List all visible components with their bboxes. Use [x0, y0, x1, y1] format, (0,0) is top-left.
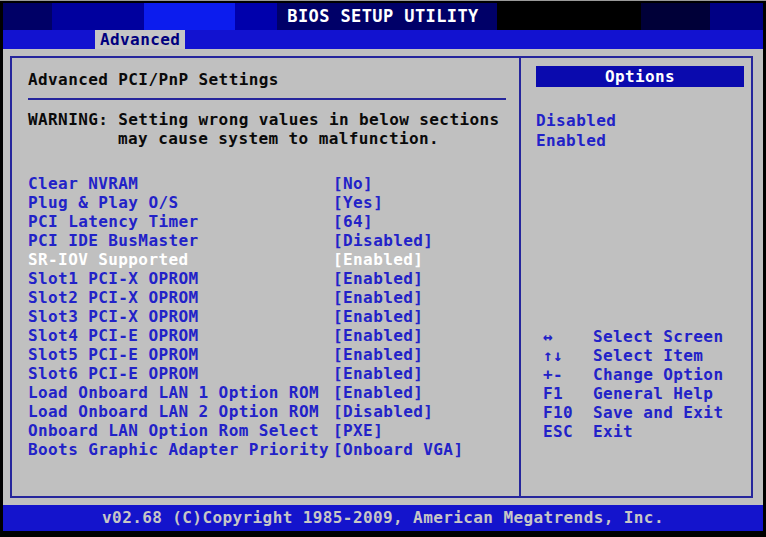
setting-value: [Enabled]	[333, 269, 423, 288]
setting-value: [Enabled]	[333, 345, 423, 364]
setting-value: [PXE]	[333, 421, 383, 440]
key-action: General Help	[593, 384, 713, 403]
setting-label: Plug & Play O/S	[28, 193, 333, 212]
setting-label: PCI Latency Timer	[28, 212, 333, 231]
setting-row[interactable]: Onboard LAN Option Rom Select [PXE]	[28, 421, 507, 440]
key-legend-row: ESC Exit	[543, 422, 744, 441]
bios-setup-screen: BIOS SETUP UTILITY Advanced Advanced PCI…	[0, 0, 766, 537]
setting-value: [Enabled]	[333, 383, 423, 402]
main-area: Advanced PCI/PnP Settings WARNING: Setti…	[3, 49, 763, 505]
setting-value: [Enabled]	[333, 307, 423, 326]
settings-list: Clear NVRAM [No] Plug & Play O/S [Yes] P…	[28, 174, 507, 459]
setting-label: Onboard LAN Option Rom Select	[28, 421, 333, 440]
setting-value: [64]	[333, 212, 373, 231]
key-legend-row: F1 General Help	[543, 384, 744, 403]
key-name: +-	[543, 365, 593, 384]
settings-panel: Advanced PCI/PnP Settings WARNING: Setti…	[12, 58, 521, 496]
title-bar: BIOS SETUP UTILITY	[3, 3, 763, 30]
setting-row[interactable]: Slot5 PCI-E OPROM [Enabled]	[28, 345, 507, 364]
copyright-bar: v02.68 (C)Copyright 1985-2009, American …	[3, 505, 763, 531]
key-name: ↑↓	[543, 346, 593, 365]
key-legend-row: ↑↓ Select Item	[543, 346, 744, 365]
setting-row[interactable]: Slot6 PCI-E OPROM [Enabled]	[28, 364, 507, 383]
setting-row[interactable]: PCI Latency Timer [64]	[28, 212, 507, 231]
key-name: ESC	[543, 422, 593, 441]
setting-value: [Disabled]	[333, 231, 433, 250]
setting-value: [Enabled]	[333, 326, 423, 345]
options-list: DisabledEnabled	[536, 111, 744, 151]
copyright-text: v02.68 (C)Copyright 1985-2009, American …	[102, 508, 664, 527]
key-name: F1	[543, 384, 593, 403]
option-item[interactable]: Enabled	[536, 131, 744, 151]
warning-line-1: WARNING: Setting wrong values in below s…	[28, 110, 507, 129]
setting-value: [Enabled]	[333, 250, 423, 269]
setting-value: [Yes]	[333, 193, 383, 212]
setting-row[interactable]: Load Onboard LAN 1 Option ROM [Enabled]	[28, 383, 507, 402]
options-panel: Options DisabledEnabled ↔ Select Screen …	[521, 58, 751, 496]
warning-text: WARNING: Setting wrong values in below s…	[28, 110, 507, 148]
key-legend-row: ↔ Select Screen	[543, 327, 744, 346]
setting-value: [Enabled]	[333, 364, 423, 383]
options-header: Options	[536, 66, 744, 87]
setting-label: PCI IDE BusMaster	[28, 231, 333, 250]
warning-line-2: may cause system to malfunction.	[28, 129, 507, 148]
key-name: F10	[543, 403, 593, 422]
setting-label: Slot6 PCI-E OPROM	[28, 364, 333, 383]
key-action: Save and Exit	[593, 403, 723, 422]
heading-separator	[28, 98, 506, 100]
setting-label: SR-IOV Supported	[28, 250, 333, 269]
setting-row[interactable]: Clear NVRAM [No]	[28, 174, 507, 193]
setting-row[interactable]: Slot1 PCI-X OPROM [Enabled]	[28, 269, 507, 288]
key-action: Select Item	[593, 346, 703, 365]
setting-value: [Disabled]	[333, 402, 433, 421]
setting-label: Clear NVRAM	[28, 174, 333, 193]
key-action: Select Screen	[593, 327, 723, 346]
setting-label: Boots Graphic Adapter Priority	[28, 440, 333, 459]
setting-label: Slot1 PCI-X OPROM	[28, 269, 333, 288]
app-title: BIOS SETUP UTILITY	[287, 6, 478, 26]
menu-bar: Advanced	[3, 30, 763, 49]
key-action: Exit	[593, 422, 633, 441]
content-frame: Advanced PCI/PnP Settings WARNING: Setti…	[10, 56, 753, 498]
setting-row[interactable]: Plug & Play O/S [Yes]	[28, 193, 507, 212]
setting-label: Slot4 PCI-E OPROM	[28, 326, 333, 345]
option-item[interactable]: Disabled	[536, 111, 744, 131]
tab-advanced[interactable]: Advanced	[95, 30, 185, 49]
key-legend-row: +- Change Option	[543, 365, 744, 384]
setting-row[interactable]: Slot4 PCI-E OPROM [Enabled]	[28, 326, 507, 345]
setting-row[interactable]: Boots Graphic Adapter Priority [Onboard …	[28, 440, 507, 459]
key-action: Change Option	[593, 365, 723, 384]
setting-row[interactable]: PCI IDE BusMaster [Disabled]	[28, 231, 507, 250]
key-legend: ↔ Select Screen ↑↓ Select Item +- Change…	[536, 327, 744, 441]
setting-label: Load Onboard LAN 2 Option ROM	[28, 402, 333, 421]
setting-label: Slot3 PCI-X OPROM	[28, 307, 333, 326]
setting-row[interactable]: Load Onboard LAN 2 Option ROM [Disabled]	[28, 402, 507, 421]
setting-row[interactable]: Slot3 PCI-X OPROM [Enabled]	[28, 307, 507, 326]
setting-value: [Onboard VGA]	[333, 440, 463, 459]
setting-label: Slot2 PCI-X OPROM	[28, 288, 333, 307]
setting-value: [No]	[333, 174, 373, 193]
setting-label: Load Onboard LAN 1 Option ROM	[28, 383, 333, 402]
setting-value: [Enabled]	[333, 288, 423, 307]
setting-label: Slot5 PCI-E OPROM	[28, 345, 333, 364]
key-legend-row: F10 Save and Exit	[543, 403, 744, 422]
setting-row[interactable]: SR-IOV Supported [Enabled]	[28, 250, 507, 269]
page-title: Advanced PCI/PnP Settings	[28, 70, 507, 89]
setting-row[interactable]: Slot2 PCI-X OPROM [Enabled]	[28, 288, 507, 307]
key-name: ↔	[543, 327, 593, 346]
